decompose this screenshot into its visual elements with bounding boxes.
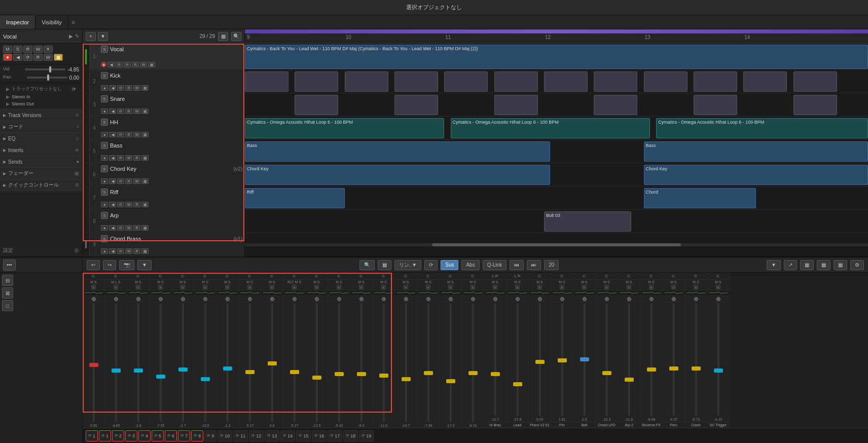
ch-18-fader-track[interactable] xyxy=(472,303,474,422)
clip-kick-7[interactable] xyxy=(544,71,588,92)
track-8-mute[interactable]: ● xyxy=(101,225,108,231)
channel-strip-29[interactable]: C M S e -9.10 SC Trigger xyxy=(707,273,730,428)
track-1-rec[interactable]: ● xyxy=(101,62,106,67)
ch-26-pan-knob[interactable] xyxy=(649,297,654,301)
channel-strip-28[interactable]: C M S e -5.73 Crash xyxy=(685,273,707,428)
ch-16-pan-knob[interactable] xyxy=(426,297,430,301)
channel-strip-14[interactable]: C M S e -11.0 xyxy=(373,273,395,428)
channel-strip-24[interactable]: C M S e -10.3 Chord LFO xyxy=(596,273,618,428)
ch-25-fader-thumb[interactable] xyxy=(625,378,634,382)
ch-14-fader-track[interactable] xyxy=(383,303,385,422)
ch-12-pan[interactable] xyxy=(328,296,350,302)
track-row[interactable]: 4 S HH ● ◀ ⟳ R W ▦ xyxy=(83,117,244,140)
section-track-versions[interactable]: ▶ Track Versions ⟳ xyxy=(0,109,82,121)
midi-slot-12[interactable]: ⟳ 11 xyxy=(233,430,248,441)
mixer-camera-btn[interactable]: 📷 xyxy=(119,260,134,270)
track-2-r[interactable]: R xyxy=(125,85,132,91)
ch-14-pan-knob[interactable] xyxy=(382,297,386,301)
mixer-expand-btn[interactable]: ↗ xyxy=(784,260,797,270)
ch-20-fader-thumb[interactable] xyxy=(513,382,522,386)
track-1-loop[interactable]: ⟳ xyxy=(116,62,123,67)
track-2-wave-icon[interactable] xyxy=(83,70,90,93)
clip-snare-5[interactable] xyxy=(694,95,737,115)
track-row[interactable]: 1 S Vocal ● ◀ ⟳ ⟳ R W ▦ xyxy=(83,44,244,70)
track-8-loop[interactable]: ⟳ xyxy=(117,225,124,231)
clip-snare-1[interactable] xyxy=(295,95,338,115)
ch-7-pan[interactable] xyxy=(216,296,238,302)
clip-hh-2[interactable]: Cymatics - Omega Acoustic Hihat Loop 6 -… xyxy=(451,118,650,138)
ch-13-pan-knob[interactable] xyxy=(359,297,364,301)
ch-3-e[interactable]: e xyxy=(136,285,140,289)
tab-inspector[interactable]: Inspector xyxy=(0,15,35,29)
ch-4-pan-knob[interactable] xyxy=(159,297,163,301)
track-9-w[interactable]: W xyxy=(125,248,132,254)
ch-25-e[interactable]: e xyxy=(627,285,631,289)
clip-kick-6[interactable] xyxy=(494,71,538,92)
ch-15-fader-track[interactable] xyxy=(405,303,407,422)
ch-24-pan[interactable] xyxy=(596,296,618,302)
ctrl-x[interactable]: ✕ xyxy=(44,46,53,53)
ch-3-pan[interactable] xyxy=(127,296,149,302)
ch-27-e[interactable]: e xyxy=(671,285,676,289)
section-sends[interactable]: ▶ Sends ● xyxy=(0,156,82,168)
ch-6-fader-track[interactable] xyxy=(204,303,206,422)
track-9-lanes[interactable]: ▦ xyxy=(141,248,149,254)
mixer-search-btn[interactable]: 🔍 xyxy=(359,260,375,270)
ch-14-fader-thumb[interactable] xyxy=(379,374,388,378)
track-1-r[interactable]: R xyxy=(132,62,139,67)
tab-visibility[interactable]: Visibility xyxy=(35,15,68,29)
track-4-r[interactable]: R xyxy=(125,132,132,137)
clip-bass-1[interactable]: Bass xyxy=(245,141,550,162)
ch-12-fader-track[interactable] xyxy=(338,303,340,422)
ch-18-e[interactable]: e xyxy=(471,285,475,289)
channel-strip-5[interactable]: C M S e -2.7 xyxy=(172,273,194,428)
track-6-loop[interactable]: ⟳ xyxy=(117,178,124,184)
ch-9-fader-thumb[interactable] xyxy=(268,361,277,365)
ch-26-pan[interactable] xyxy=(640,296,662,302)
clip-kick-5[interactable] xyxy=(444,71,488,92)
ch-15-e[interactable]: e xyxy=(404,285,408,289)
track-1-wave-icon[interactable] xyxy=(83,44,90,69)
ch-8-pan[interactable] xyxy=(239,296,261,302)
ch-10-pan-knob[interactable] xyxy=(293,297,297,301)
midi-slot-14[interactable]: ⟳ 13 xyxy=(265,430,279,441)
midi-slot-2[interactable]: ⟳ 1 xyxy=(99,430,111,441)
track-7-r[interactable]: R xyxy=(133,202,140,207)
channel-strip-22[interactable]: C M S e 1.81 Per xyxy=(551,273,573,428)
channel-strip-20[interactable]: L R M S e -27.8 Lead xyxy=(507,273,529,428)
ctrl-rec[interactable]: ● xyxy=(3,54,12,61)
clip-kick-4[interactable] xyxy=(394,71,438,92)
track-6-mute[interactable]: ● xyxy=(101,178,108,184)
ch-11-e[interactable]: e xyxy=(314,285,319,289)
ch-15-pan-knob[interactable] xyxy=(404,297,408,301)
ch-20-pan[interactable] xyxy=(507,296,528,302)
track-2-mute[interactable]: ● xyxy=(101,85,108,91)
mixer-abs-btn[interactable]: Abs xyxy=(461,260,479,270)
track-7-w[interactable]: W xyxy=(125,202,132,207)
track-row[interactable]: 6 S Chord Key (v2) ● ◀ ⟳ R W xyxy=(83,163,244,187)
channel-strip-23[interactable]: C M S e 2.5 Bell xyxy=(573,273,596,428)
ch-26-fader-track[interactable] xyxy=(650,303,653,416)
clip-snare-3[interactable] xyxy=(494,95,538,115)
ch-13-fader-track[interactable] xyxy=(360,303,363,422)
clip-chordkey-1[interactable]: Chord Key xyxy=(245,165,550,185)
channel-strip-16[interactable]: C M S e -7.99 xyxy=(417,273,440,428)
ch-21-e[interactable]: e xyxy=(537,285,542,289)
section-inserts[interactable]: ▶ Inserts ⊕ xyxy=(0,144,82,156)
track-3-r[interactable]: R xyxy=(125,108,132,114)
clip-kick-12[interactable] xyxy=(793,71,837,92)
ch-15-pan[interactable] xyxy=(395,296,417,302)
clip-hh-1[interactable]: Cymatics - Omega Acoustic Hihat Loop 6 -… xyxy=(245,118,444,138)
midi-slot-7[interactable]: ⟳ 6 xyxy=(165,430,177,441)
ch-13-e[interactable]: e xyxy=(359,285,364,289)
ch-23-pan-knob[interactable] xyxy=(583,297,587,301)
track-4-monitor[interactable]: ◀ xyxy=(109,132,116,137)
ctrl-loop[interactable]: ⟳ xyxy=(23,54,32,61)
midi-slot-17[interactable]: ⟳ 16 xyxy=(312,430,327,441)
mixer-sus-btn[interactable]: Sus xyxy=(441,260,458,270)
ch-8-pan-knob[interactable] xyxy=(248,297,252,301)
ch-29-pan[interactable] xyxy=(707,296,729,302)
track-6-wave-icon[interactable] xyxy=(83,163,90,186)
track-1-w[interactable]: W xyxy=(140,62,147,67)
ctrl-m[interactable]: M xyxy=(3,46,12,53)
